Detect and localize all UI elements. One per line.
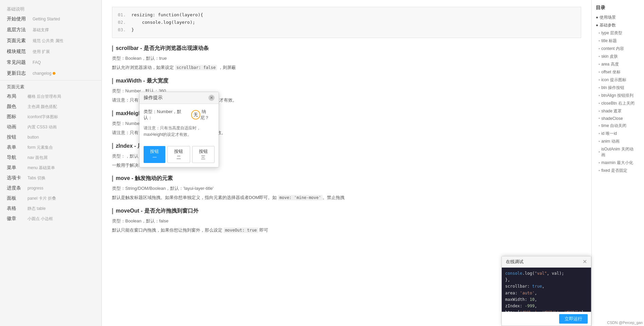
op-modal-btn1[interactable]: 按钮一 — [144, 146, 165, 163]
sidebar-item-main: 常见问题 — [7, 59, 31, 66]
sidebar-sub-item[interactable]: 徽章 小圆点 小边框 — [0, 214, 102, 224]
sidebar-item[interactable]: 模块规范 使用 扩展 — [0, 46, 102, 57]
sidebar-sub-item-sub: 栅格 后台管理布局 — [27, 94, 61, 99]
toc-list-item[interactable]: • anim 动画 — [592, 138, 644, 145]
run-button[interactable]: 立即运行 — [559, 314, 588, 324]
sidebar-sub-item[interactable]: 动画 内置 CSS3 动画 — [0, 122, 102, 132]
toc-bullet: • — [599, 124, 600, 128]
toc-item-label: btn 操作按钮 — [601, 85, 624, 91]
toc-item-label: title 标题 — [601, 38, 617, 44]
sidebar-sub-item-main: 布局 — [7, 93, 25, 99]
sidebar-sub-item[interactable]: 图标 iconfont字体图标 — [0, 112, 102, 122]
toc-list-item[interactable]: • title 标题 — [592, 37, 644, 45]
debug-line-2: }, — [505, 277, 588, 283]
toc-bullet: • — [599, 131, 600, 136]
toc-item-label: shade 遮罩 — [601, 108, 622, 114]
sidebar-sub-item[interactable]: 面板 panel 卡片 折叠 — [0, 193, 102, 203]
toc-item-label: shadeClose — [601, 116, 623, 121]
toc-list-item[interactable]: • fixed 是否固定 — [592, 167, 644, 175]
sidebar-sub-item-sub: button — [27, 135, 39, 140]
section-scrollbar-type: 类型：Boolean，默认：true — [112, 55, 581, 61]
toc-list-item[interactable]: • skin 皮肤 — [592, 53, 644, 60]
toc-list-item[interactable]: • closeBtn 右上关闭 — [592, 99, 644, 107]
toc-list-item[interactable]: • btnAlign 按钮排列 — [592, 92, 644, 99]
toc-list-item[interactable]: • btn 操作按钮 — [592, 84, 644, 92]
debug-line-3: scrollbar: true, — [505, 283, 588, 290]
toc-list-item[interactable]: • maxmin 最大小化 — [592, 159, 644, 167]
sidebar-sub-item[interactable]: 颜色 主色调 颜色搭配 — [0, 102, 102, 112]
section-maxwidth-title: maxWidth - 最大宽度 — [112, 77, 581, 85]
op-modal-btn3[interactable]: 按钮三 — [192, 146, 215, 163]
op-modal-header: 操作提示 ✕ — [140, 92, 219, 104]
sidebar-sub-item[interactable]: 选项卡 Tabs 切换 — [0, 173, 102, 183]
op-modal-close-button[interactable]: ✕ — [208, 95, 215, 101]
op-modal-note: 请注意：只有当高度自适应时，maxHeight的设定才有效。 — [144, 125, 215, 138]
sidebar-sub-item-main: 表格 — [7, 205, 25, 212]
debug-panel-header: 在线调试 ✕ — [502, 256, 591, 268]
sidebar-sub-item-main: 表单 — [7, 144, 25, 150]
sidebar-sub-item-main: 动画 — [7, 124, 25, 130]
sidebar-sub-item-main: 进度条 — [7, 185, 25, 191]
debug-line-6: zIndex: -999, — [505, 303, 588, 309]
sidebar-sub-item-sub: iconfont字体图标 — [27, 114, 58, 120]
toc-list-item[interactable]: • area 高度 — [592, 60, 644, 68]
sidebar-item-main: 开始使用 — [7, 16, 31, 22]
sidebar-sub-item-main: 颜色 — [7, 104, 25, 110]
section-moveout-desc: 默认只能在窗口内拖拽，如果你想让拖到窗外，那么设定 moveOut: true … — [112, 227, 581, 234]
toc-list-item[interactable]: • type 层类型 — [592, 29, 644, 37]
op-modal-btn2[interactable]: 按钮二 — [167, 146, 190, 163]
sidebar: 基础说明 开始使用 Getting Started底层方法 基础支撑页面元素 规… — [0, 0, 102, 326]
sidebar-sub-item[interactable]: 按钮 button — [0, 132, 102, 142]
sidebar-item[interactable]: 更新日志 changelog — [0, 68, 102, 79]
sidebar-sub-item-main: 徽章 — [7, 216, 25, 222]
debug-line-7: btn: ['按钮一', '按钮二', '按钮三'] //可以无限个按钮 — [505, 309, 588, 312]
toc-list-item[interactable]: • offset 坐标 — [592, 68, 644, 76]
sidebar-sub-item[interactable]: 表单 form 元素集合 — [0, 142, 102, 152]
toc-bullet: • — [599, 78, 600, 83]
toc-list-item[interactable]: • shadeClose — [592, 115, 644, 122]
code-block: 01. resizing: function(layero){ 02. cons… — [112, 7, 581, 38]
sidebar-item-main: 页面元素 — [7, 38, 31, 44]
debug-close-button[interactable]: ✕ — [583, 259, 587, 265]
op-modal-field-value[interactable]: 无 — [191, 110, 200, 120]
sidebar-item-sub: 使用 扩展 — [33, 49, 50, 55]
toc-list-item[interactable]: • icon 提示图标 — [592, 76, 644, 84]
sidebar-item[interactable]: 页面元素 规范 公共类 属性 — [0, 35, 102, 46]
sidebar-sub-item[interactable]: 菜单 menu 基础菜单 — [0, 163, 102, 173]
op-modal-field-row: 类型：Number，默认： 无 纳尼？ — [144, 109, 215, 121]
toc-bullet: • — [599, 150, 600, 155]
sidebar-sub-item-sub: nav 面包屑 — [27, 155, 48, 161]
toc-list-item[interactable]: • isOutAnim 关闭动画 — [592, 145, 644, 159]
sidebar-sub-item[interactable]: 布局 栅格 后台管理布局 — [0, 91, 102, 102]
section-scrollbar-title: scrollbar - 是否允许浏览器出现滚动条 — [112, 45, 581, 52]
sidebar-item-sub: 规范 公共类 属性 — [33, 38, 63, 44]
section-moveout-type: 类型：Boolean，默认：false — [112, 218, 581, 224]
sidebar-sub-item-main: 导航 — [7, 155, 25, 161]
section-scrollbar-desc: 默认允许浏览器滚动，如果设定 scrollbar: false ，则屏蔽 — [112, 64, 581, 71]
sidebar-item[interactable]: 常见问题 FAQ — [0, 57, 102, 68]
toc-list-item[interactable]: • content 内容 — [592, 45, 644, 53]
watermark: CSDN @Percep_gan — [607, 321, 643, 325]
code-line-1: 01. resizing: function(layero){ — [118, 11, 575, 19]
sidebar-item[interactable]: 开始使用 Getting Started — [0, 14, 102, 24]
toc-bullet: • — [599, 70, 600, 75]
sidebar-sub-item[interactable]: 进度条 progress — [0, 183, 102, 193]
sidebar-section1-title: 基础说明 — [0, 3, 102, 14]
toc-bullet: • — [599, 86, 600, 90]
debug-panel-title: 在线调试 — [506, 259, 523, 265]
toc-panel: 目录 ● 使用场景● 基础参数• type 层类型• title 标题• con… — [591, 0, 644, 326]
sidebar-item[interactable]: 底层方法 基础支撑 — [0, 24, 102, 35]
toc-list-item[interactable]: • time 自动关闭 — [592, 122, 644, 130]
toc-bullet: • — [599, 109, 600, 114]
toc-item-label: content 内容 — [601, 46, 624, 52]
toc-section-item[interactable]: ● 基础参数 — [592, 21, 644, 29]
toc-list-item[interactable]: • id 唯一id — [592, 130, 644, 138]
debug-code-area[interactable]: console.log("val", val); }, scrollbar: t… — [502, 268, 591, 312]
sidebar-sub-item[interactable]: 导航 nav 面包屑 — [0, 152, 102, 163]
sidebar-sub-item-main: 菜单 — [7, 165, 25, 171]
sidebar-sub-item[interactable]: 表格 静态 table — [0, 203, 102, 214]
toc-bullet: • — [599, 93, 600, 98]
sidebar-sub-item-sub: 内置 CSS3 动画 — [27, 124, 57, 130]
toc-list-item[interactable]: • shade 遮罩 — [592, 107, 644, 115]
toc-section-item[interactable]: ● 使用场景 — [592, 14, 644, 21]
